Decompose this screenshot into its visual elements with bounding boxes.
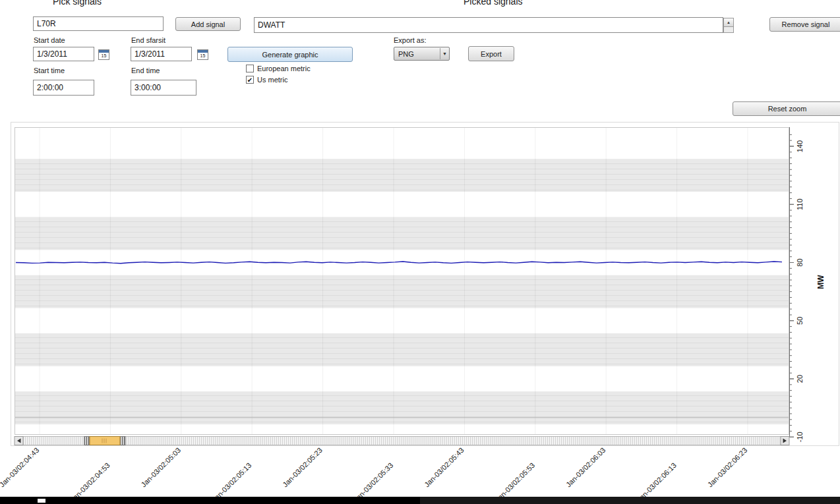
x-tick-label: Jan-03/02:05:03 <box>140 446 183 489</box>
plot-band <box>15 159 789 192</box>
y-axis-title: MW <box>816 275 825 289</box>
european-metric-label: European metric <box>257 65 311 72</box>
h-scrollbar-thumb[interactable] <box>90 437 120 445</box>
start-time-input[interactable] <box>33 80 94 96</box>
h-scrollbar-thumb-right-grip[interactable] <box>120 437 125 445</box>
picked-signals-scrollbar[interactable]: ▲ <box>723 18 734 33</box>
european-metric-checkbox[interactable] <box>246 65 254 72</box>
start-date-label: Start date <box>34 36 65 44</box>
x-tick-label: Jan-03/02:05:23 <box>281 446 324 489</box>
plot-band <box>15 333 789 366</box>
y-tick-label: 80 <box>796 258 804 266</box>
chart-area[interactable]: 140110805020-10MWJan-03/02:04:43Jan-03/0… <box>11 122 840 504</box>
plot-band <box>15 217 789 250</box>
h-scrollbar-track[interactable] <box>23 437 781 445</box>
x-tick-label: Jan-03/02:04:43 <box>0 446 40 489</box>
calendar-day: 15 <box>198 53 208 59</box>
calendar-day: 15 <box>99 53 109 59</box>
end-time-input[interactable] <box>131 80 196 96</box>
end-date-calendar-icon[interactable]: 15 <box>197 49 208 60</box>
x-tick-label: Jan-03/02:06:03 <box>564 446 607 489</box>
start-time-label: Start time <box>34 67 65 74</box>
y-tick-label: 110 <box>796 198 804 210</box>
end-date-label: End sfarsit <box>131 36 165 44</box>
taskbar <box>0 497 840 504</box>
start-date-input[interactable] <box>33 47 94 61</box>
y-tick-label: -10 <box>796 432 804 442</box>
us-metric-checkbox[interactable]: ✔ <box>246 76 254 84</box>
export-as-label: Export as: <box>394 36 427 44</box>
picked-signals-box[interactable] <box>254 17 723 33</box>
end-time-label: End time <box>131 67 160 74</box>
remove-signal-button[interactable]: Remove signal <box>769 17 840 32</box>
h-scrollbar-thumb-left-grip[interactable] <box>84 437 90 445</box>
chevron-down-icon: ▼ <box>440 48 447 59</box>
x-tick-label: Jan-03/02:06:23 <box>706 446 749 489</box>
export-format-select[interactable]: PNG ▼ <box>394 47 450 61</box>
x-tick-label: Jan-03/02:05:43 <box>423 446 465 489</box>
start-date-calendar-icon[interactable]: 15 <box>98 49 109 60</box>
y-tick-label: 20 <box>796 375 804 383</box>
signal-name-input[interactable] <box>33 16 164 31</box>
plot-band <box>15 275 789 308</box>
export-button[interactable]: Export <box>468 46 514 61</box>
add-signal-button[interactable]: Add signal <box>175 17 241 31</box>
scroll-up-icon[interactable]: ▲ <box>724 18 733 27</box>
end-date-input[interactable] <box>131 47 192 61</box>
taskbar-segment <box>420 497 840 504</box>
y-tick-label: 140 <box>796 140 804 152</box>
picked-signals-heading: Picked signals <box>464 0 523 7</box>
generate-graphic-button[interactable]: Generate graphic <box>227 47 353 62</box>
chart-svg: 140110805020-10MWJan-03/02:04:43Jan-03/0… <box>11 122 840 504</box>
plot-band <box>15 391 789 424</box>
taskbar-icon <box>38 499 45 503</box>
pick-signals-heading: Pick signals <box>53 0 102 7</box>
export-format-value: PNG <box>398 50 414 58</box>
y-tick-label: 50 <box>796 317 804 325</box>
reset-zoom-button[interactable]: Reset zoom <box>733 101 840 116</box>
us-metric-label: Us metric <box>257 76 287 84</box>
